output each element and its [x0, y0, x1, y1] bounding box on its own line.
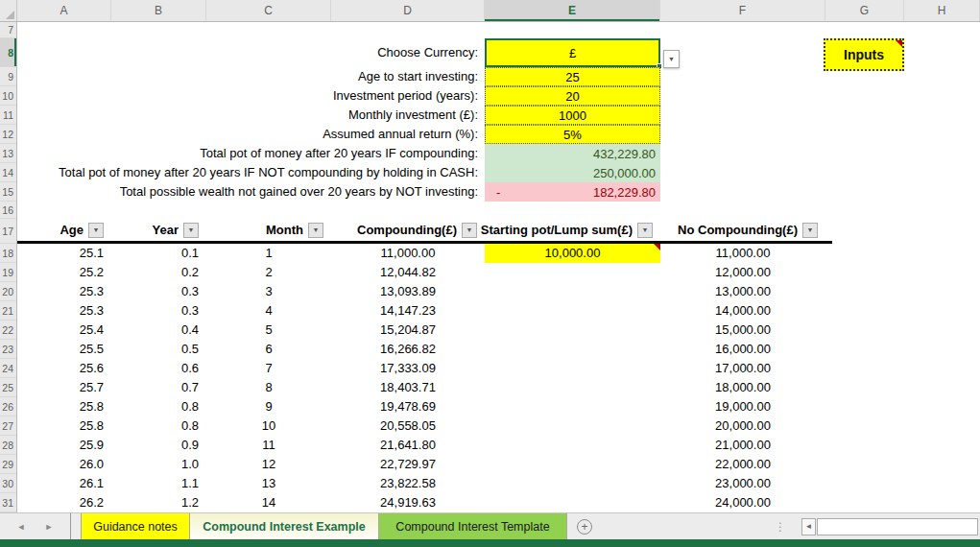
row-header-24[interactable]: 24	[0, 359, 16, 378]
column-header-F[interactable]: F	[660, 0, 825, 21]
row-header-23[interactable]: 23	[0, 340, 16, 359]
table-cell[interactable]: 0.3	[111, 282, 206, 301]
table-cell[interactable]: 25.6	[17, 359, 111, 378]
result-not-invested[interactable]: -182,229.80	[485, 182, 660, 202]
label-age-to-start-investing[interactable]: Age to start investing:	[17, 67, 482, 86]
table-cell[interactable]: 25.8	[17, 416, 111, 436]
table-cell[interactable]: 21,000.00	[660, 436, 825, 455]
label-total-pot-of-money-after-20-years-if-not-com[interactable]: Total pot of money after 20 years IF NOT…	[17, 163, 482, 182]
input-cell-choose-currency[interactable]: £	[485, 38, 660, 67]
table-header-no-compounding[interactable]: No Compounding(£)▼	[660, 219, 825, 241]
table-cell[interactable]: 25.9	[17, 436, 111, 455]
table-cell[interactable]	[485, 474, 660, 493]
table-cell[interactable]	[485, 282, 660, 301]
result-compounding[interactable]: 432,229.80	[485, 144, 660, 163]
table-cell[interactable]: 1.0	[111, 455, 206, 474]
table-cell[interactable]: 1.2	[111, 493, 206, 512]
table-cell[interactable]: 15,204.87	[331, 321, 485, 340]
row-header-27[interactable]: 27	[0, 416, 16, 436]
table-cell[interactable]: 0.7	[111, 378, 206, 397]
row-header-17[interactable]: 17	[0, 219, 16, 244]
select-all-corner[interactable]	[0, 0, 17, 21]
table-cell[interactable]: 26.0	[17, 455, 111, 474]
row-header-19[interactable]: 19	[0, 263, 16, 282]
table-cell[interactable]: 12,044.82	[331, 263, 485, 282]
label-investment-period-years[interactable]: Investment period (years):	[17, 86, 482, 106]
table-cell[interactable]: 6	[206, 340, 331, 359]
table-cell[interactable]: 13	[206, 474, 331, 493]
row-header-15[interactable]: 15	[0, 182, 16, 202]
table-cell[interactable]: 25.8	[17, 397, 111, 416]
table-cell[interactable]	[485, 378, 660, 397]
row-header-29[interactable]: 29	[0, 455, 16, 474]
table-cell[interactable]: 21,641.80	[331, 436, 485, 455]
table-cell[interactable]: 20,558.05	[331, 416, 485, 436]
input-cell-investment-period-years[interactable]: 20	[485, 86, 660, 106]
hscroll-left-arrow[interactable]: ◄	[801, 518, 816, 535]
sheet-nav-right-icon[interactable]: ►	[41, 513, 57, 539]
row-header-22[interactable]: 22	[0, 321, 16, 340]
table-cell[interactable]	[485, 416, 660, 436]
row-header-16[interactable]: 16	[0, 202, 16, 219]
column-header-E[interactable]: E	[485, 0, 660, 21]
row-header-30[interactable]: 30	[0, 474, 16, 493]
row-header-14[interactable]: 14	[0, 163, 16, 182]
table-cell[interactable]: 17,000.00	[660, 359, 825, 378]
table-cell[interactable]: 12,000.00	[660, 263, 825, 282]
table-cell[interactable]: 25.2	[17, 263, 111, 282]
currency-dropdown-button[interactable]: ▼	[663, 50, 680, 68]
table-cell[interactable]: 11,000.00	[331, 244, 485, 263]
row-header-11[interactable]: 11	[0, 106, 16, 125]
label-total-pot-of-money-after-20-years-if-compoun[interactable]: Total pot of money after 20 years IF com…	[17, 144, 482, 163]
table-cell[interactable]: 16,266.82	[331, 340, 485, 359]
table-header-year[interactable]: Year▼	[111, 219, 206, 241]
row-header-8[interactable]: 8	[0, 38, 16, 67]
row-header-25[interactable]: 25	[0, 378, 16, 397]
table-header-age[interactable]: Age▼	[17, 219, 111, 241]
table-cell[interactable]: 5	[206, 321, 331, 340]
table-cell[interactable]: 17,333.09	[331, 359, 485, 378]
row-header-20[interactable]: 20	[0, 282, 16, 301]
table-cell[interactable]: 13,093.89	[331, 282, 485, 301]
table-cell[interactable]: 3	[206, 282, 331, 301]
filter-button-compounding[interactable]: ▼	[462, 223, 477, 238]
table-cell[interactable]: 7	[206, 359, 331, 378]
table-cell[interactable]: 11,000.00	[660, 244, 825, 263]
table-cell[interactable]: 25.5	[17, 340, 111, 359]
table-cell[interactable]: 4	[206, 301, 331, 321]
column-header-B[interactable]: B	[111, 0, 206, 21]
column-header-G[interactable]: G	[825, 0, 904, 21]
table-cell[interactable]: 1	[206, 244, 331, 263]
label-assumed-annual-return[interactable]: Assumed annual return (%):	[17, 125, 482, 144]
table-cell[interactable]: 10,000.00	[485, 244, 660, 263]
filter-button-year[interactable]: ▼	[183, 223, 199, 238]
label-total-possible-wealth-not-gained-over-20-yea[interactable]: Total possible wealth not gained over 20…	[17, 182, 482, 202]
row-header-18[interactable]: 18	[0, 244, 16, 263]
table-cell[interactable]: 25.3	[17, 301, 111, 321]
table-cell[interactable]	[485, 493, 660, 512]
filter-button-no-compounding[interactable]: ▼	[802, 223, 818, 238]
column-header-C[interactable]: C	[206, 0, 331, 21]
table-cell[interactable]	[485, 455, 660, 474]
filter-button-starting-pot-lump-sum[interactable]: ▼	[637, 223, 653, 238]
table-header-compounding[interactable]: Compounding(£)▼	[331, 219, 485, 241]
filter-button-month[interactable]: ▼	[308, 223, 323, 238]
table-cell[interactable]: 24,000.00	[660, 493, 825, 512]
table-header-starting-pot-lump-sum[interactable]: Starting pot/Lump sum(£)▼	[485, 219, 660, 241]
table-cell[interactable]	[485, 321, 660, 340]
table-cell[interactable]: 16,000.00	[660, 340, 825, 359]
table-cell[interactable]: 0.1	[111, 244, 206, 263]
input-cell-monthly-investment[interactable]: 1000	[485, 106, 660, 125]
table-cell[interactable]: 8	[206, 378, 331, 397]
column-header-D[interactable]: D	[331, 0, 485, 21]
column-header-A[interactable]: A	[17, 0, 111, 21]
row-header-12[interactable]: 12	[0, 125, 16, 144]
table-cell[interactable]: 0.8	[111, 416, 206, 436]
table-cell[interactable]: 12	[206, 455, 331, 474]
table-cell[interactable]: 18,000.00	[660, 378, 825, 397]
table-cell[interactable]	[485, 359, 660, 378]
sheet-tab-compound-interest-template[interactable]: Compound Interest Template	[379, 513, 567, 539]
row-header-7[interactable]: 7	[0, 22, 16, 38]
table-cell[interactable]: 0.9	[111, 436, 206, 455]
hscroll-thumb[interactable]	[817, 518, 978, 535]
